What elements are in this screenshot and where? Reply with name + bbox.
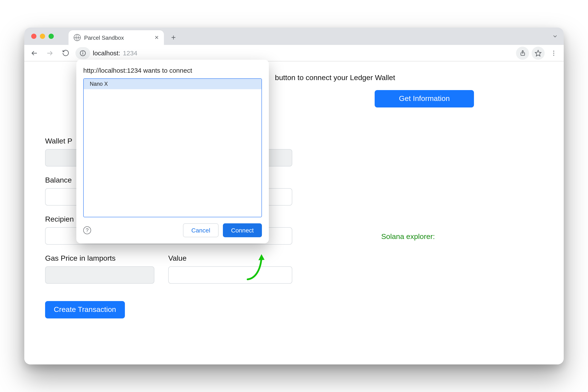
tab-active[interactable]: Parcel Sandbox × [68, 30, 164, 45]
globe-icon [74, 34, 81, 41]
hid-device-list[interactable]: Nano X [83, 78, 262, 217]
hid-permission-dialog: http://localhost:1234 wants to connect N… [76, 60, 269, 243]
hid-prompt-text: http://localhost:1234 wants to connect [83, 67, 262, 74]
cancel-button[interactable]: Cancel [183, 223, 218, 237]
svg-point-8 [553, 52, 554, 54]
share-button[interactable] [516, 46, 529, 60]
get-information-button[interactable]: Get Information [375, 90, 474, 108]
toolbar: localhost:1234 [24, 45, 564, 62]
overflow-menu-button[interactable] [547, 46, 560, 60]
address-port: 1234 [123, 49, 138, 57]
value-input[interactable] [168, 266, 292, 284]
browser-window: Parcel Sandbox × + localhost:1234 [24, 28, 564, 364]
value-label: Value [168, 254, 292, 263]
connect-button[interactable]: Connect [223, 223, 262, 237]
hid-device-item[interactable]: Nano X [84, 79, 261, 89]
svg-marker-6 [535, 50, 541, 56]
address-bar[interactable]: localhost:1234 [75, 46, 138, 60]
forward-button[interactable] [43, 46, 56, 60]
solana-explorer-link[interactable]: Solana explorer: [306, 232, 510, 241]
help-icon[interactable]: ? [83, 226, 91, 234]
maximize-window-button[interactable] [49, 34, 54, 39]
address-host: localhost: [87, 49, 120, 57]
svg-point-7 [553, 50, 554, 52]
svg-point-9 [553, 54, 554, 55]
close-tab-icon[interactable]: × [155, 34, 159, 41]
gas-price-label: Gas Price in lamports [45, 254, 154, 263]
page-content: button to connect your Ledger Wallet Get… [24, 62, 564, 364]
tab-strip: Parcel Sandbox × + [24, 28, 564, 45]
new-tab-button[interactable]: + [167, 32, 180, 44]
tab-overflow-button[interactable] [550, 31, 560, 42]
svg-point-4 [83, 52, 83, 52]
site-info-icon[interactable] [75, 47, 90, 59]
back-button[interactable] [28, 46, 41, 60]
close-window-button[interactable] [31, 34, 36, 39]
gas-price-input [45, 266, 154, 284]
reload-button[interactable] [59, 46, 72, 60]
bookmark-button[interactable] [532, 46, 545, 60]
minimize-window-button[interactable] [40, 34, 45, 39]
tab-title: Parcel Sandbox [84, 34, 124, 41]
create-transaction-button[interactable]: Create Transaction [45, 301, 125, 318]
window-controls [31, 34, 54, 39]
